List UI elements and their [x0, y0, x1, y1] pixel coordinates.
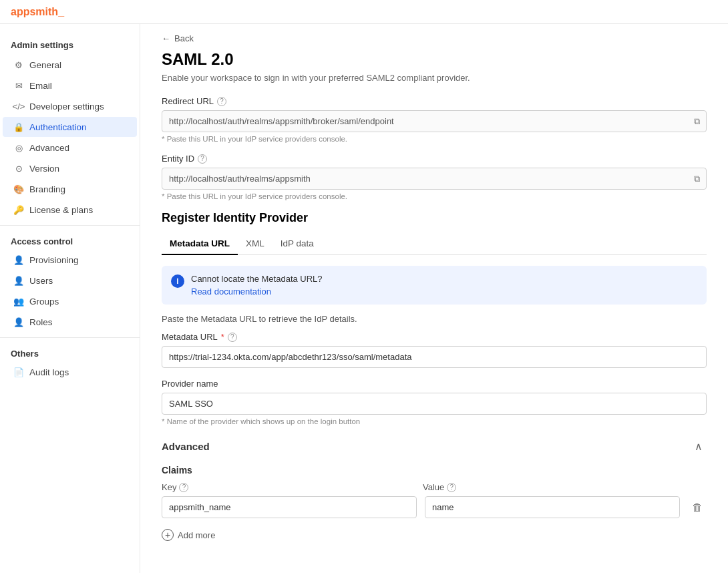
file-icon: 📄	[13, 367, 24, 377]
info-box-message: Cannot locate the Metadata URL?	[191, 274, 323, 284]
sidebar-item-branding[interactable]: 🎨 Branding	[3, 179, 137, 199]
sidebar-item-version[interactable]: ⊙ Version	[3, 158, 137, 178]
sidebar-item-label: Advanced	[29, 143, 69, 153]
metadata-url-required: *	[221, 332, 224, 342]
claim-key-input[interactable]	[162, 496, 417, 518]
sidebar-item-provisioning[interactable]: 👤 Provisioning	[3, 250, 137, 270]
branding-icon: 🎨	[13, 184, 24, 194]
sidebar-item-email[interactable]: ✉ Email	[3, 75, 137, 96]
access-control-title: Access control	[0, 231, 140, 249]
back-button[interactable]: ← Back	[162, 24, 707, 50]
sidebar-item-label: Authentication	[29, 122, 87, 132]
tab-xml[interactable]: XML	[238, 233, 272, 255]
claim-value-input[interactable]	[425, 496, 680, 518]
advanced-collapse-button[interactable]: ∧	[691, 439, 707, 454]
metadata-url-help-icon[interactable]: ?	[228, 333, 237, 342]
role-icon: 👤	[13, 317, 24, 327]
redirect-url-copy-button[interactable]: ⧉	[693, 115, 701, 128]
advanced-title: Advanced	[162, 441, 223, 452]
sidebar-item-groups[interactable]: 👥 Groups	[3, 291, 137, 311]
sidebar-item-general[interactable]: ⚙ General	[3, 55, 137, 75]
info-box-content: Cannot locate the Metadata URL? Read doc…	[191, 274, 323, 297]
redirect-url-field: ⧉	[162, 110, 707, 132]
logo-cursor: _	[58, 6, 64, 17]
group-icon: 👥	[13, 296, 24, 307]
gear-icon: ⚙	[13, 59, 24, 70]
metadata-url-label: Metadata URL * ?	[162, 332, 707, 342]
add-more-icon: +	[162, 529, 174, 541]
sidebar-divider-2	[0, 337, 140, 338]
sidebar-item-license-plans[interactable]: 🔑 License & plans	[3, 200, 137, 220]
entity-id-copy-button[interactable]: ⧉	[693, 172, 701, 186]
register-idp-heading: Register Identity Provider	[162, 211, 707, 225]
entity-id-help-icon[interactable]: ?	[198, 154, 207, 164]
key-column-header: Key ?	[162, 482, 415, 492]
claims-row-header: Key ? Value ?	[162, 482, 707, 492]
tab-idp-data[interactable]: IdP data	[272, 233, 322, 255]
sidebar-item-audit-logs[interactable]: 📄 Audit logs	[3, 362, 137, 382]
user-icon: 👤	[13, 275, 24, 286]
back-label: Back	[174, 33, 194, 43]
redirect-url-label: Redirect URL ?	[162, 96, 707, 106]
sidebar-item-label: Roles	[29, 317, 53, 327]
lock-icon: 🔒	[13, 122, 24, 132]
sidebar-item-label: Version	[29, 164, 59, 174]
entity-id-input	[162, 168, 707, 190]
sidebar-item-users[interactable]: 👤 Users	[3, 270, 137, 291]
sidebar-item-label: License & plans	[29, 205, 93, 215]
sidebar-item-label: Users	[29, 276, 53, 286]
admin-settings-title: Admin settings	[0, 35, 140, 54]
redirect-url-hint: * Paste this URL in your IdP service pro…	[162, 135, 707, 143]
advanced-section: Advanced ∧ Claims Key ?	[162, 439, 707, 544]
key-icon: 🔑	[13, 204, 24, 215]
sidebar-item-label: Groups	[29, 297, 59, 307]
sidebar: Admin settings ⚙ General ✉ Email </> Dev…	[0, 24, 140, 573]
metadata-url-input[interactable]	[162, 346, 707, 368]
version-icon: ⊙	[13, 163, 24, 174]
main-layout: Admin settings ⚙ General ✉ Email </> Dev…	[0, 24, 728, 573]
info-icon: i	[171, 274, 184, 288]
sidebar-item-label: Audit logs	[29, 367, 69, 377]
redirect-url-input	[162, 110, 707, 132]
provider-name-label-text: Provider name	[162, 379, 218, 389]
value-help-icon[interactable]: ?	[447, 483, 456, 492]
redirect-url-help-icon[interactable]: ?	[217, 97, 226, 106]
sidebar-item-roles[interactable]: 👤 Roles	[3, 312, 137, 332]
provider-name-input[interactable]	[162, 393, 707, 415]
sidebar-divider-1	[0, 225, 140, 226]
delete-column-header	[684, 482, 707, 492]
page-title: SAML 2.0	[162, 50, 707, 69]
add-more-button[interactable]: + Add more	[162, 526, 707, 544]
sidebar-item-label: Provisioning	[29, 255, 79, 265]
tab-metadata-url[interactable]: Metadata URL	[162, 233, 238, 255]
top-bar: appsmith_	[0, 0, 728, 24]
claims-title: Claims	[162, 465, 707, 475]
others-title: Others	[0, 343, 140, 361]
read-documentation-link[interactable]: Read documentation	[191, 286, 323, 297]
back-arrow-icon: ←	[162, 33, 170, 43]
sidebar-item-advanced[interactable]: ◎ Advanced	[3, 138, 137, 158]
sidebar-item-label: Branding	[29, 184, 65, 194]
sidebar-item-developer-settings[interactable]: </> Developer settings	[3, 96, 137, 116]
code-icon: </>	[13, 101, 24, 112]
metadata-url-label-text: Metadata URL	[162, 332, 218, 342]
main-content: ← Back SAML 2.0 Enable your workspace to…	[140, 24, 728, 573]
sidebar-item-authentication[interactable]: 🔒 Authentication	[3, 117, 137, 137]
redirect-url-label-text: Redirect URL	[162, 96, 214, 106]
add-more-label: Add more	[178, 530, 215, 540]
entity-id-label: Entity ID ?	[162, 154, 707, 164]
value-label: Value ?	[423, 482, 676, 492]
key-help-icon[interactable]: ?	[179, 483, 188, 492]
email-icon: ✉	[13, 80, 24, 91]
provider-name-label: Provider name	[162, 379, 707, 389]
logo-text: appsmith	[11, 6, 58, 17]
claim-delete-button[interactable]: 🗑	[688, 499, 707, 516]
advanced-header: Advanced ∧	[162, 439, 707, 454]
entity-id-field: ⧉	[162, 168, 707, 190]
sidebar-item-label: Email	[29, 81, 52, 91]
provider-name-hint: * Name of the provider which shows up on…	[162, 417, 707, 425]
register-idp-tabs: Metadata URL XML IdP data	[162, 233, 707, 255]
info-box: i Cannot locate the Metadata URL? Read d…	[162, 266, 707, 305]
key-label: Key ?	[162, 482, 415, 492]
advanced-title-text: Advanced	[162, 441, 210, 452]
